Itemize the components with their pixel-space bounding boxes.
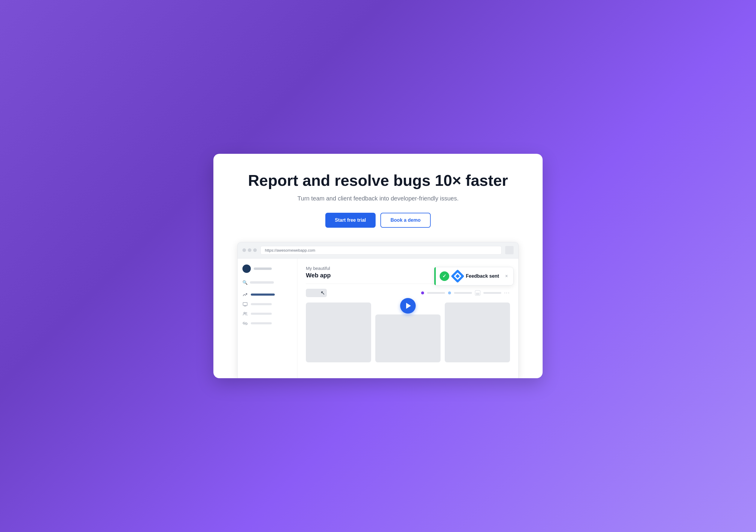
browser-bar: https://awesomewebapp.com [238,242,518,258]
jira-inner [454,272,461,280]
users-icon [242,311,248,317]
play-triangle-icon [406,303,411,309]
sidebar-item-line-2 [251,313,272,315]
content-card-col-2 [375,303,441,362]
sidebar-item-line-3 [251,322,272,324]
content-card-3 [445,303,510,362]
browser-url-bar[interactable]: https://awesomewebapp.com [260,246,501,254]
sidebar-item-analytics[interactable] [242,292,292,297]
cursor-icon: ↖ [320,290,325,296]
sidebar-item-line-1 [251,303,272,305]
calendar-icon [475,290,480,296]
svg-point-3 [246,312,247,314]
app-sidebar: 🔍 [238,258,297,378]
dot-yellow [248,248,252,252]
svg-point-2 [244,312,245,314]
content-card-1 [306,303,371,362]
content-cards-row [306,303,510,362]
sidebar-logo [242,264,292,273]
browser-content: 🔍 [238,258,518,378]
hero-subtitle: Turn team and client feedback into devel… [237,195,519,202]
link-icon [242,321,248,326]
feedback-toast: ✓ Feedback sent × [434,267,514,285]
more-options-icon[interactable]: ··· [504,290,510,296]
cal-line-2 [476,294,479,295]
jira-blue-center [455,274,459,278]
dot-red [242,248,246,252]
sidebar-menu [242,292,292,326]
sidebar-item-media[interactable] [242,302,292,307]
hero-section: Report and resolve bugs 10× faster Turn … [237,172,519,202]
start-trial-button[interactable]: Start free trial [325,213,376,228]
search-placeholder [250,281,274,284]
toolbar-button[interactable]: ↖ [306,289,327,297]
toolbar-line-3 [483,292,501,294]
toolbar-line-1 [427,292,445,294]
sidebar-search[interactable]: 🔍 [242,280,292,285]
hero-buttons: Start free trial Book a demo [237,213,519,228]
browser-dots [242,248,257,252]
content-area [306,303,510,362]
check-icon: ✓ [440,271,449,281]
toolbar-badge-blue [448,291,451,294]
jira-icon [451,269,464,283]
feedback-close-button[interactable]: × [505,274,508,279]
svg-rect-0 [243,303,247,306]
sidebar-active-item-line [251,294,275,296]
logo-circle [242,264,251,273]
media-icon [242,302,248,307]
sidebar-item-users[interactable] [242,311,292,317]
toolbar-badge-purple [421,291,424,294]
cal-line-1 [476,293,479,294]
logo-line [254,268,272,270]
dot-green [253,248,257,252]
play-button[interactable] [400,298,416,314]
play-button-overlay [400,298,416,314]
toolbar-right: ··· [421,290,510,296]
calendar-lines [476,293,479,295]
app-main: ✓ Feedback sent × My beautiful Web app [297,258,518,378]
sidebar-item-links[interactable] [242,321,292,326]
toolbar-line-2 [454,292,472,294]
main-card: Report and resolve bugs 10× faster Turn … [213,154,543,378]
hero-title: Report and resolve bugs 10× faster [237,172,519,190]
search-icon: 🔍 [242,280,248,285]
feedback-text: Feedback sent [466,274,499,279]
browser-mockup: https://awesomewebapp.com 🔍 [237,242,519,378]
toast-green-bar [434,267,436,285]
analytics-icon [242,292,248,297]
book-demo-button[interactable]: Book a demo [380,213,431,228]
content-card-2 [375,314,441,362]
toolbar-row: ↖ ··· [306,289,510,297]
browser-refresh [505,246,514,254]
